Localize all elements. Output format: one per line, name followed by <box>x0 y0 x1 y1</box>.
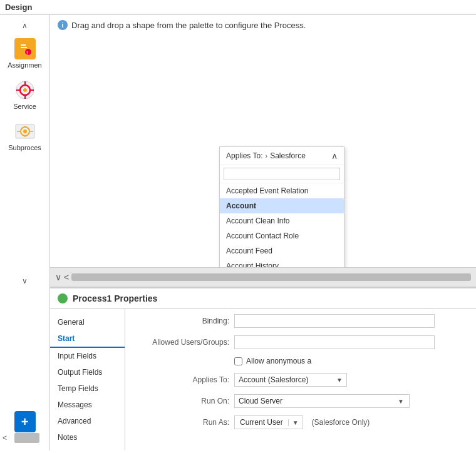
sidebar-item-service-label: Service <box>13 103 36 110</box>
nav-item-advanced[interactable]: Advanced <box>50 413 125 429</box>
run-as-note: (Salesforce Only) <box>312 418 370 427</box>
dropdown-list: Accepted Event Relation Account Account … <box>220 183 344 267</box>
applies-to-row: Applies To: Account (Salesforce) ▼ <box>135 373 466 387</box>
svg-point-14 <box>23 130 27 133</box>
nav-item-output-fields[interactable]: Output Fields <box>50 364 125 380</box>
run-as-dropdown-arrow: ▼ <box>288 419 303 426</box>
run-on-row: Run On: Cloud Server ▼ <box>135 394 466 408</box>
sidebar-scroll-down[interactable]: ∨ <box>0 275 49 287</box>
nav-item-input-fields[interactable]: Input Fields <box>50 348 125 364</box>
svg-rect-1 <box>21 44 26 46</box>
canvas-hint: i Drag and drop a shape from the palette… <box>50 15 476 35</box>
properties-right-content: Binding: Allowed Users/Groups: <box>125 309 476 450</box>
allow-anonymous-text: Allow anonymous a <box>246 357 311 365</box>
subprocess-icon-box <box>14 120 36 143</box>
dropdown-item-account-feed[interactable]: Account Feed <box>220 243 344 258</box>
nav-item-notes[interactable]: Notes <box>50 429 125 445</box>
sidebar-item-subprocess-label: Subproces <box>8 144 41 151</box>
toolbar-scroll-down-icon[interactable]: ∨ <box>55 272 61 282</box>
binding-label: Binding: <box>135 317 229 325</box>
allow-anonymous-row: Allow anonymous a <box>135 357 466 365</box>
binding-row: Binding: <box>135 314 466 328</box>
horizontal-scrollbar[interactable] <box>71 273 471 281</box>
applies-to-select-wrapper[interactable]: Account (Salesforce) ▼ <box>234 373 347 387</box>
run-as-label: Run As: <box>135 418 229 427</box>
process-status-icon <box>58 293 68 303</box>
binding-value <box>234 314 466 328</box>
service-icon-box <box>14 79 36 101</box>
create-icon-box: + <box>14 410 36 433</box>
chevron-right-icon: › <box>265 152 267 160</box>
dropdown-search-input[interactable] <box>224 168 340 180</box>
create-icon: + <box>14 411 36 432</box>
run-as-value: Current User ▼ (Salesforce Only) <box>234 415 466 429</box>
properties-content-wrapper: General Start Input Fields Output Fields… <box>50 309 476 450</box>
applies-to-value: Account (Salesforce) ▼ <box>234 373 466 387</box>
nav-item-start[interactable]: Start <box>50 330 125 348</box>
info-icon: i <box>58 20 68 30</box>
svg-rect-2 <box>21 47 27 48</box>
sidebar-scroll-up[interactable]: ∧ <box>0 20 49 31</box>
run-as-row: Run As: Current User ▼ (Salesforce Only) <box>135 415 466 429</box>
nav-item-temp-fields[interactable]: Temp Fields <box>50 380 125 397</box>
chevron-down-icon: ∨ <box>22 277 28 285</box>
svg-point-7 <box>23 88 27 92</box>
run-on-dropdown-arrow: ▼ <box>393 398 409 405</box>
sidebar: ∧ ! Assignmen <box>0 15 50 450</box>
applies-to-selected-value: Account (Salesforce) <box>235 374 333 386</box>
dropdown-scroll-up-icon[interactable]: ∧ <box>331 151 338 161</box>
bottom-toolbar: ∨ < <box>50 267 476 287</box>
sidebar-item-assignment[interactable]: ! Assignmen <box>0 34 49 73</box>
dropdown-header: Applies To: › Salesforce ∧ <box>220 147 344 165</box>
run-on-select-wrapper[interactable]: Cloud Server ▼ <box>234 394 410 408</box>
subprocess-icon <box>14 121 36 142</box>
binding-input[interactable] <box>234 314 435 328</box>
dropdown-item-account-contact-role[interactable]: Account Contact Role <box>220 228 344 243</box>
canvas-hint-text: Drag and drop a shape from the palette t… <box>71 21 306 30</box>
dropdown-header-content: Applies To: › Salesforce <box>226 151 306 160</box>
subprocess-svg <box>14 121 36 142</box>
svg-text:!: ! <box>26 50 28 56</box>
dropdown-applies-to-label: Applies To: <box>226 151 262 160</box>
run-on-selected-value: Cloud Server <box>235 395 393 407</box>
nav-item-general[interactable]: General <box>50 314 125 330</box>
design-title: Design <box>5 3 32 12</box>
nav-item-messages[interactable]: Messages <box>50 397 125 413</box>
properties-title: Process1 Properties <box>73 293 157 303</box>
right-panel: i Drag and drop a shape from the palette… <box>50 15 476 450</box>
sidebar-item-subprocess[interactable]: Subproces <box>0 116 49 155</box>
run-on-value: Cloud Server ▼ <box>234 394 466 408</box>
allow-anonymous-checkbox[interactable] <box>234 357 242 365</box>
dropdown-sub-label: Salesforce <box>270 151 306 160</box>
service-icon <box>14 79 36 101</box>
scroll-left-icon[interactable]: < <box>3 434 7 442</box>
allowed-users-value <box>234 335 466 349</box>
sidebar-item-assignment-label: Assignmen <box>8 61 41 69</box>
allowed-users-label: Allowed Users/Groups: <box>135 338 229 347</box>
run-as-select-wrapper[interactable]: Current User ▼ <box>234 415 303 429</box>
dropdown-item-accepted-event-relation[interactable]: Accepted Event Relation <box>220 183 344 198</box>
canvas-area: i Drag and drop a shape from the palette… <box>50 15 476 267</box>
assignment-icon: ! <box>14 38 36 59</box>
main-layout: ∧ ! Assignmen <box>0 15 476 450</box>
allowed-users-row: Allowed Users/Groups: <box>135 335 466 349</box>
dropdown-search-container <box>220 165 344 183</box>
sidebar-item-service[interactable]: Service <box>0 75 49 114</box>
process-properties-panel: Process1 Properties General Start Input … <box>50 287 476 450</box>
design-header: Design <box>0 0 476 15</box>
assignment-svg: ! <box>18 42 32 56</box>
dropdown-item-account-clean-info[interactable]: Account Clean Info <box>220 213 344 228</box>
applies-to-dropdown: Applies To: › Salesforce ∧ Accepted Even… <box>219 146 344 267</box>
service-svg <box>14 79 36 101</box>
properties-header: Process1 Properties <box>50 288 476 309</box>
run-as-selected-value: Current User <box>235 416 288 429</box>
properties-left-nav: General Start Input Fields Output Fields… <box>50 309 125 450</box>
allow-anonymous-value: Allow anonymous a <box>234 357 466 365</box>
allowed-users-input[interactable] <box>234 335 435 349</box>
applies-to-dropdown-arrow: ▼ <box>333 377 346 384</box>
chevron-up-icon: ∧ <box>22 21 28 30</box>
dropdown-item-account[interactable]: Account <box>220 198 344 213</box>
toolbar-scroll-left-icon[interactable]: < <box>64 272 69 282</box>
scroll-thumb <box>14 433 39 443</box>
dropdown-item-account-history[interactable]: Account History <box>220 258 344 267</box>
